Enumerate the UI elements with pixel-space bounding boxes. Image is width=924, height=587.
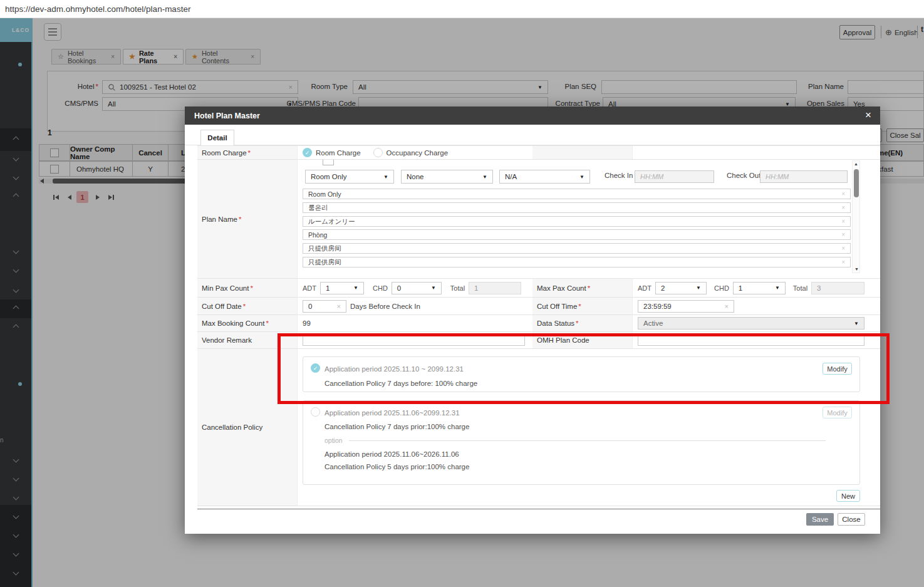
- max-pax-content: ADT 2▼ CHD 1▼ Total 3: [633, 278, 880, 297]
- cut-off-time-content: 23:59:59×: [633, 297, 880, 314]
- data-status-content: Active▼: [633, 314, 880, 331]
- url-bar[interactable]: https://dev-adm.ohmyhotel.com/hotel/plan…: [0, 0, 924, 18]
- plan-name-input-en[interactable]: Room Only×: [303, 189, 851, 199]
- cut-off-time-label: Cut Off Time*: [532, 297, 633, 314]
- cut-off-date-input[interactable]: 0×: [303, 300, 346, 313]
- data-status-select[interactable]: Active▼: [638, 317, 864, 330]
- max-pax-label: Max Pax Count*: [532, 278, 633, 297]
- chd-label: CHD: [714, 284, 729, 292]
- room-charge-options: ✓ Room Charge Occupancy Charge: [298, 145, 532, 159]
- plan-name-label: Plan Name*: [197, 159, 298, 278]
- scroll-down-icon[interactable]: ▼: [854, 266, 859, 273]
- modal-header: Hotel Plan Master ×: [185, 106, 880, 125]
- caret-down-icon: ▼: [854, 321, 859, 326]
- total-label: Total: [793, 284, 807, 292]
- plan-name-input-ko[interactable]: 룸온리×: [303, 202, 851, 213]
- cut-off-time-input[interactable]: 23:59:59×: [638, 300, 734, 313]
- option-select-na[interactable]: N/A▼: [499, 170, 590, 184]
- min-total-readonly: 1: [469, 282, 521, 294]
- modal-title: Hotel Plan Master: [194, 112, 260, 120]
- max-adt-select[interactable]: 2▼: [655, 282, 707, 294]
- plan-name-input-ja[interactable]: ルームオンリー×: [303, 216, 851, 227]
- page-url: https://dev-adm.ohmyhotel.com/hotel/plan…: [5, 4, 190, 14]
- caret-down-icon: ▼: [579, 174, 584, 180]
- clear-icon[interactable]: ×: [337, 303, 341, 310]
- adt-label: ADT: [303, 284, 316, 292]
- save-button[interactable]: Save: [806, 513, 834, 526]
- clear-icon[interactable]: ×: [841, 231, 845, 238]
- check-icon: ✓: [305, 150, 310, 156]
- close-button[interactable]: Close: [838, 513, 865, 526]
- policy-period: Application period 2025.11.06~2099.12.31: [324, 409, 460, 417]
- option-policy: Cancellation Policy 5 days prior:100% ch…: [324, 463, 469, 470]
- cancellation-policy-card-2[interactable]: Application period 2025.11.06~2099.12.31…: [303, 400, 860, 485]
- modal-footer-divider: [197, 509, 880, 509]
- check-in-label: Check In: [605, 172, 633, 179]
- caret-down-icon: ▼: [775, 285, 780, 291]
- modal-tab-strip: Detail: [185, 125, 880, 145]
- clear-icon[interactable]: ×: [725, 303, 729, 310]
- plan-name-content: Room Only▼ None▼ N/A▼ Check In Check Out…: [298, 159, 880, 278]
- min-pax-label: Min Pax Count*: [197, 278, 298, 297]
- vertical-scrollbar[interactable]: ▲ ▼: [852, 160, 860, 273]
- clipped-add-button[interactable]: [323, 160, 334, 165]
- option-select-none[interactable]: None▼: [401, 170, 493, 184]
- clear-icon[interactable]: ×: [841, 245, 845, 252]
- min-pax-content: ADT 1▼ CHD 0▼ Total 1: [298, 278, 532, 297]
- scroll-up-icon[interactable]: ▲: [854, 161, 858, 167]
- cut-off-date-label: Cut Off Date*: [197, 297, 298, 314]
- tab-detail[interactable]: Detail: [200, 130, 234, 145]
- plan-form: Room Charge* ✓ Room Charge Occupancy Cha…: [197, 145, 880, 506]
- occupancy-charge-option-label: Occupancy Charge: [387, 149, 448, 157]
- adt-label: ADT: [638, 284, 651, 292]
- policy-radio-unselected[interactable]: [311, 407, 320, 417]
- data-status-label: Data Status*: [532, 314, 633, 331]
- room-charge-label: Room Charge*: [197, 145, 298, 159]
- caret-down-icon: ▼: [482, 174, 487, 180]
- clear-icon[interactable]: ×: [841, 190, 845, 197]
- caret-down-icon: ▼: [383, 174, 388, 180]
- hotel-plan-master-modal: Hotel Plan Master × Detail Room Charge* …: [185, 106, 880, 534]
- room-charge-option-label: Room Charge: [316, 149, 361, 157]
- check-in-time-input[interactable]: [635, 170, 714, 183]
- policy-option-divider: option: [324, 437, 826, 444]
- caret-down-icon: ▼: [696, 285, 701, 291]
- meal-type-select[interactable]: Room Only▼: [305, 170, 394, 184]
- max-booking-count-label: Max Booking Count*: [197, 314, 298, 331]
- caret-down-icon: ▼: [431, 285, 436, 291]
- radio-occupancy-charge[interactable]: [373, 148, 383, 157]
- cut-off-date-suffix: Days Before Check In: [350, 303, 420, 310]
- clear-icon[interactable]: ×: [841, 218, 845, 225]
- option-period: Application period 2025.11.06~2026.11.06: [324, 450, 459, 458]
- clear-icon[interactable]: ×: [841, 204, 845, 211]
- clear-icon[interactable]: ×: [841, 259, 845, 266]
- max-total-readonly: 3: [811, 282, 864, 294]
- total-label: Total: [450, 284, 465, 292]
- option-label: option: [324, 437, 343, 444]
- vertical-scrollbar-thumb[interactable]: [854, 169, 859, 197]
- empty-label-cell: [532, 145, 633, 159]
- min-adt-select[interactable]: 1▼: [320, 282, 364, 294]
- modify-button[interactable]: Modify: [823, 407, 852, 418]
- max-chd-select[interactable]: 1▼: [733, 282, 786, 294]
- plan-name-input-zh-tw[interactable]: 只提供房间×: [303, 257, 851, 268]
- check-out-time-input[interactable]: [760, 170, 848, 183]
- plan-name-input-vi[interactable]: Phòng×: [303, 229, 851, 240]
- caret-down-icon: ▼: [353, 285, 358, 291]
- empty-content-cell: [633, 145, 880, 159]
- new-policy-button[interactable]: New: [836, 490, 860, 502]
- radio-room-charge-selected[interactable]: ✓: [303, 148, 312, 157]
- close-icon[interactable]: ×: [865, 109, 871, 122]
- check-out-label: Check Out: [727, 172, 760, 179]
- min-chd-select[interactable]: 0▼: [392, 282, 442, 294]
- cut-off-date-content: 0× Days Before Check In: [298, 297, 532, 314]
- max-booking-count-value: 99: [298, 314, 532, 331]
- annotation-highlight-rectangle: [278, 333, 890, 404]
- chd-label: CHD: [373, 284, 388, 292]
- plan-name-input-zh-cn[interactable]: 只提供房间×: [303, 243, 851, 254]
- policy-text: Cancellation Policy 7 days prior:100% ch…: [324, 423, 469, 430]
